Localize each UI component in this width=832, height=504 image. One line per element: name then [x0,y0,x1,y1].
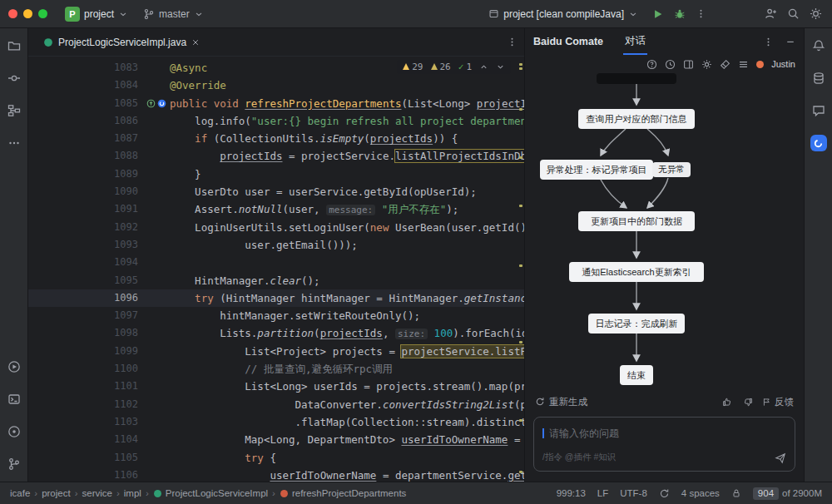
window-controls [8,9,47,18]
debug-button[interactable] [674,8,686,20]
minimize-window-button[interactable] [23,9,32,18]
close-icon[interactable] [191,38,200,47]
breadcrumb-package-3[interactable]: impl [124,488,141,498]
run-configuration-selector[interactable]: project [clean compileJava] [484,6,642,22]
search-everywhere-button[interactable] [787,7,800,20]
breadcrumb-module[interactable]: icafe [10,488,30,498]
editor-area: ProjectLogicServiceImpl.java 1083@Async1… [28,28,524,482]
thumbs-up-icon[interactable] [722,397,733,408]
code-line[interactable]: 1086 log.info("user:{} begin refresh all… [28,112,524,130]
file-encoding[interactable]: UTF-8 [620,488,647,498]
indent-setting[interactable]: 4 spaces [681,488,720,498]
user-name: Justin [771,59,795,69]
zoom-window-button[interactable] [38,9,47,18]
overrides-icon[interactable] [146,99,156,108]
code-line[interactable]: 1096 try (HintManager hintManager = Hint… [28,289,524,307]
chat-input[interactable]: 请输入你的问题 /指令 @插件 #知识 [533,417,795,472]
project-selector[interactable]: P project [61,4,132,24]
kebab-icon[interactable] [763,37,774,47]
line-separator[interactable]: LF [597,488,608,498]
feedback-button[interactable]: 反馈 [762,396,794,408]
history-icon[interactable] [665,59,676,70]
ai-chat-toolwindow-button[interactable] [809,101,829,121]
code-line[interactable]: 1091 Assert.notNull(user, message: "用户不存… [28,200,524,218]
git-toolwindow-button[interactable] [4,454,24,474]
notifications-button[interactable] [809,36,829,56]
code-line[interactable]: 1099 List<Project> projects = projectSer… [28,343,524,360]
comate-marker-icon[interactable] [157,99,166,108]
code-line[interactable]: 1087 if (CollectionUtils.isEmpty(project… [28,130,524,147]
regenerate-button[interactable]: 重新生成 [535,396,587,408]
code-line[interactable]: 1085public void refreshProjectDepartment… [28,95,524,112]
minimize-icon[interactable] [785,37,795,47]
memory-indicator[interactable]: 904 of 2900M [753,487,822,500]
database-toolwindow-button[interactable] [809,68,829,88]
thumbs-down-icon[interactable] [742,397,753,408]
code-line[interactable]: 1089 } [28,166,524,183]
comate-toolwindow-button[interactable] [809,133,829,153]
project-name: project [84,8,114,20]
code-line[interactable]: 1104 Map<Long, DepartmentDto> userIdToOw… [28,431,524,448]
code-line[interactable]: 1100 // 批量查询,避免循环rpc调用 [28,360,524,378]
services-icon [7,425,21,438]
more-toolwindows-button[interactable] [4,133,24,153]
run-button[interactable] [652,8,664,20]
sync-icon[interactable] [659,488,670,499]
project-toolwindow-button[interactable] [4,36,24,56]
code-editor[interactable]: 1083@Async1084@Override1085public void r… [28,57,524,482]
regenerate-icon [535,397,545,407]
breadcrumb-class[interactable]: ProjectLogicServiceImpl [153,488,268,498]
breadcrumb-package-1[interactable]: project [42,488,71,498]
vcs-branch-selector[interactable]: master [139,6,208,22]
settings-button[interactable] [810,7,822,20]
breadcrumb-package-2[interactable]: service [82,488,112,498]
left-tool-strip [0,28,28,482]
code-line[interactable]: 1101 List<Long> userIds = projects.strea… [28,378,524,395]
check-icon: ✓ [458,62,464,72]
editor-tab[interactable]: ProjectLogicServiceImpl.java [35,28,208,56]
lock-icon[interactable] [731,488,741,498]
terminal-toolwindow-button[interactable] [4,389,24,409]
flow-node: 更新项目中的部门数据 [578,211,695,231]
code-line[interactable]: 1092 LoginUserUtils.setLoginUser(new Use… [28,219,524,236]
close-window-button[interactable] [8,9,17,18]
layout-icon[interactable] [683,59,694,70]
run-toolwindow-button[interactable] [4,357,24,377]
code-line[interactable]: 1088 projectIds = projectService.listAll… [28,147,524,165]
code-line[interactable]: 1090 UserDto user = userService.getById(… [28,183,524,200]
code-line[interactable]: 1106 userIdToOwnerName = departmentServi… [28,467,524,482]
commit-toolwindow-button[interactable] [4,68,24,88]
menu-icon[interactable] [738,59,749,70]
send-button[interactable] [775,452,786,464]
code-line[interactable]: 1093 user.getEmail())); [28,236,524,254]
code-with-me-button[interactable] [765,7,777,20]
code-line[interactable]: 1095 HintManager.clear(); [28,272,524,289]
more-actions-button[interactable] [696,8,706,19]
code-line[interactable]: 1103 .flatMap(Collection::stream).distin… [28,413,524,431]
inspections-widget[interactable]: 29 26 ✓1 [397,60,511,74]
settings-icon[interactable] [701,59,712,70]
structure-toolwindow-button[interactable] [4,101,24,121]
memory-total: of 2900M [782,488,822,498]
breadcrumb-method[interactable]: refreshProjectDepartments [280,488,406,498]
caret-position[interactable]: 999:13 [557,488,586,498]
search-icon [787,7,800,20]
code-line[interactable]: 1102 DataConverter.convertIdsString2List… [28,396,524,413]
error-stripe[interactable] [518,57,524,482]
next-problem-button[interactable] [496,62,505,72]
code-line[interactable]: 1094 [28,254,524,271]
code-line[interactable]: 1105 try { [28,449,524,467]
bell-icon [812,39,825,52]
code-line[interactable]: 1097 hintManager.setWriteRouteOnly(); [28,307,524,324]
user-avatar [756,61,764,68]
prev-problem-button[interactable] [479,62,488,72]
clear-icon[interactable] [720,59,730,70]
tab-options-button[interactable] [507,37,518,47]
help-icon[interactable] [646,59,657,70]
class-icon [43,37,53,47]
tab-chat[interactable]: 对话 [623,28,647,55]
code-line[interactable]: 1084@Override [28,77,524,94]
flow-node: 通知Elasticsearch更新索引 [569,262,704,282]
code-line[interactable]: 1098 Lists.partition(projectIds, size: 1… [28,324,524,342]
services-toolwindow-button[interactable] [4,422,24,442]
